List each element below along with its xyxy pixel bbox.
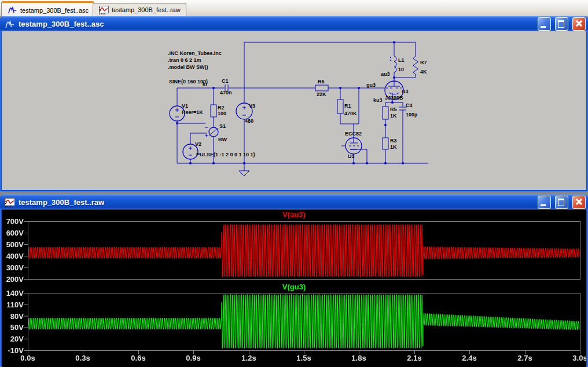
x-tick-label: 1.2s: [234, 354, 264, 362]
schematic-window: testamp_300B_fest..asc: [0, 16, 588, 192]
schematic-label: JJ300B: [385, 95, 403, 101]
waveform-window: testamp_300B_fest..raw V(au3) V(gu3) 700…: [0, 194, 588, 367]
junction-dot: [339, 87, 341, 89]
x-tick-label: 2.7s: [510, 354, 540, 362]
schematic-label: V2: [195, 141, 201, 147]
maximize-button[interactable]: [555, 196, 568, 209]
junction-dot: [212, 162, 214, 164]
y-tick-label: 20V: [2, 335, 24, 343]
x-tick-label: 0.3s: [68, 354, 98, 362]
waveform-icon: [4, 198, 15, 207]
schematic-label: C4: [406, 102, 413, 108]
y-tick-label: 80V: [2, 312, 24, 321]
minimize-icon: [541, 204, 546, 206]
schematic-label: 480: [245, 118, 253, 124]
x-tick-label: 0.9s: [178, 354, 208, 362]
y-tick-label: 700V: [2, 217, 24, 226]
window-title: testamp_300B_fest..raw: [19, 198, 534, 207]
schematic-label: R5: [390, 107, 397, 112]
junction-dot: [358, 87, 359, 89]
tab-label: testamp_300B_fest..raw: [112, 6, 181, 13]
junction-dot: [393, 41, 395, 43]
schematic-label: 4K: [420, 69, 427, 75]
junction-dot: [384, 124, 386, 126]
junction-dot: [366, 162, 368, 164]
waveform-client: V(au3) V(gu3) 700V600V500V400V300V200V14…: [2, 210, 586, 367]
schematic-label: U3: [402, 89, 409, 94]
schematic-label: 1K: [390, 144, 397, 150]
junction-dot: [393, 76, 395, 78]
schematic-label: R3: [390, 138, 397, 144]
close-button[interactable]: [572, 17, 586, 31]
schematic-label: V1: [182, 103, 188, 109]
tab-waveform[interactable]: testamp_300B_fest..raw: [93, 3, 186, 16]
waveform-plot-area[interactable]: V(au3) V(gu3) 700V600V500V400V300V200V14…: [2, 210, 586, 367]
schematic-label: 1K: [390, 113, 397, 119]
minimize-button[interactable]: [538, 17, 551, 31]
schematic-label: R7: [420, 60, 427, 65]
junction-dots: [176, 41, 403, 164]
tab-bar: testamp_300B_fest..asc testamp_300B_fest…: [0, 0, 588, 17]
schematic-label: PULSE(1 -1 2 0 0 1 10 1): [196, 152, 255, 157]
close-button[interactable]: [572, 196, 586, 209]
junction-dot: [391, 101, 393, 103]
junction-dot: [212, 87, 214, 89]
schematic-label: R2: [218, 105, 225, 111]
waveform-icon: [98, 6, 109, 14]
schematic-label: .model BW SW(): [168, 64, 208, 70]
y-tick-label: 50V: [2, 323, 24, 332]
x-tick-label: 2.4s: [454, 354, 484, 362]
schematic-label: .tran 0 6 2 1m: [168, 57, 201, 63]
x-tick-label: 1.5s: [289, 354, 319, 362]
y-tick-label: 300V: [2, 263, 24, 272]
y-tick-label: 110V: [2, 300, 24, 309]
schematic-label: SINE(0 160 100): [169, 79, 208, 85]
schematic-label: gu3: [366, 82, 376, 88]
schematic-label: Rser=1K: [182, 109, 203, 115]
x-tick-label: 0.0s: [13, 354, 43, 362]
schematic-client: .INC Koren_Tubes.inc.tran 0 6 2 1m.model…: [2, 31, 586, 190]
window-title: testamp_300B_fest..asc: [19, 20, 534, 28]
junction-dot: [176, 122, 178, 124]
y-tick-label: 600V: [2, 229, 24, 237]
schematic-label: R6: [318, 79, 325, 85]
x-tick-label: 1.8s: [344, 354, 374, 362]
x-tick-label: 3.0s: [565, 354, 586, 362]
waveform-titlebar[interactable]: testamp_300B_fest..raw: [0, 194, 588, 210]
application-window: testamp_300B_fest..asc testamp_300B_fest…: [0, 0, 588, 367]
schematic-label: 470K: [344, 111, 357, 116]
schematic-label: L1: [398, 57, 405, 63]
schematic-icon: [4, 20, 15, 29]
schematic-label: ku3: [373, 97, 383, 103]
y-tick-label: 500V: [2, 240, 24, 249]
minimize-button[interactable]: [538, 196, 551, 209]
maximize-icon: [558, 199, 564, 206]
schematic-label: 470n: [220, 90, 232, 96]
y-tick-label: 140V: [2, 289, 24, 298]
schematic-label: R1: [344, 103, 351, 109]
junction-dot: [189, 162, 191, 164]
minimize-icon: [541, 26, 546, 28]
schematic-label: 100: [218, 111, 226, 116]
plot-title-gu3: V(gu3): [2, 282, 586, 291]
x-tick-label: 2.1s: [399, 354, 429, 362]
schematic-label: 22K: [317, 91, 326, 97]
schematic-titlebar[interactable]: testamp_300B_fest..asc: [0, 16, 588, 31]
schematic-label: In: [203, 81, 207, 87]
maximize-icon: [558, 20, 564, 28]
maximize-button[interactable]: [555, 17, 568, 31]
junction-dot: [384, 162, 386, 164]
schematic-label: 10: [398, 67, 404, 72]
schematic-canvas[interactable]: .INC Koren_Tubes.inc.tran 0 6 2 1m.model…: [2, 31, 586, 190]
schematic-label: BW: [218, 137, 227, 142]
x-tick-label: 0.6s: [123, 354, 153, 362]
schematic-label: .INC Koren_Tubes.inc: [168, 50, 222, 56]
schematic-label: 100µ: [406, 112, 417, 118]
schematic-label: S1: [219, 123, 226, 129]
junction-dot: [243, 162, 245, 164]
y-tick-label: 200V: [2, 275, 24, 284]
schematic-label: U1: [348, 153, 355, 159]
tab-schematic[interactable]: testamp_300B_fest..asc: [1, 1, 94, 17]
schematic-label: au3: [381, 71, 390, 77]
schematic-label: ECC82: [345, 131, 362, 137]
